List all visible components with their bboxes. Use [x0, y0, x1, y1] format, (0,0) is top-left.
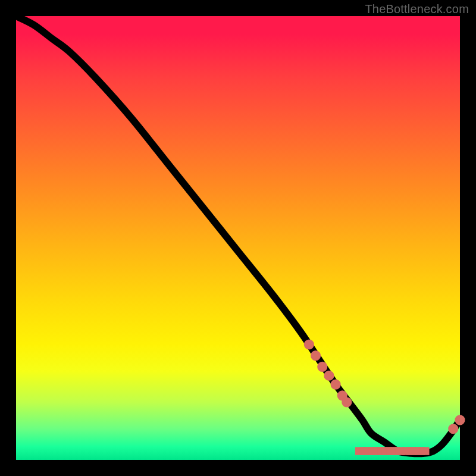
watermark-text: TheBottleneck.com	[365, 2, 469, 16]
highlight-marker	[343, 398, 350, 406]
bottleneck-curve	[16, 16, 460, 453]
highlight-marker	[318, 363, 326, 371]
plot-area	[16, 16, 460, 460]
chart-svg	[16, 16, 460, 460]
barcode-cluster	[360, 447, 424, 455]
highlight-marker	[305, 340, 313, 348]
highlight-marker	[325, 372, 333, 380]
chart-frame: TheBottleneck.com	[0, 0, 476, 476]
end-marker	[449, 425, 457, 433]
end-marker	[456, 416, 464, 424]
highlight-marker	[312, 352, 320, 359]
highlight-marker	[331, 380, 339, 388]
